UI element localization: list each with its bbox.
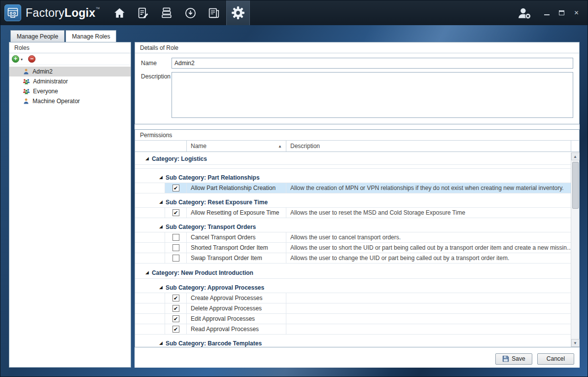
group-icon xyxy=(23,78,30,85)
role-description-input[interactable] xyxy=(172,72,573,118)
checkbox-cell xyxy=(165,243,186,253)
permission-description: Allows the user to change the UID or par… xyxy=(286,253,571,263)
details-panel: Details of Role Name Description xyxy=(135,42,580,124)
roles-toolbar: + ▾ − xyxy=(9,53,131,65)
details-panel-title: Details of Role xyxy=(135,42,579,53)
expander-icon[interactable]: ◢ xyxy=(145,270,149,275)
scroll-up-icon[interactable]: ▲ xyxy=(571,152,580,160)
navigator-icon[interactable] xyxy=(179,0,203,25)
role-label: Admin2 xyxy=(33,68,53,75)
permission-checkbox[interactable] xyxy=(173,209,179,216)
role-item[interactable]: Machine Operator xyxy=(9,96,131,106)
subcategory-row[interactable]: ◢Sub Category: Barcode Templates xyxy=(135,338,571,347)
close-icon[interactable]: ✕ xyxy=(573,10,580,16)
role-name-input[interactable] xyxy=(172,58,573,69)
role-item[interactable]: Everyone xyxy=(9,86,131,96)
maximize-icon[interactable] xyxy=(558,10,565,16)
name-label: Name xyxy=(141,58,172,69)
subcategory-row[interactable]: ◢Sub Category: Approval Processes xyxy=(135,282,571,293)
permission-checkbox[interactable] xyxy=(173,185,179,191)
details-body: Name Description xyxy=(135,53,579,124)
user-account-icon[interactable] xyxy=(517,6,532,20)
sort-ascending-icon: ▲ xyxy=(278,144,282,149)
subcategory-row[interactable]: ◢Sub Category: Reset Exposure Time xyxy=(135,197,571,208)
permissions-grid-header: Name ▲ Description xyxy=(135,141,579,152)
permission-row[interactable]: Create Approval Processes xyxy=(135,293,571,303)
materials-icon[interactable] xyxy=(155,0,179,25)
tab-manage-people[interactable]: Manage People xyxy=(10,30,65,42)
user-icon xyxy=(23,68,30,75)
tabs-bar: Manage People Manage Roles xyxy=(9,30,580,42)
permission-row[interactable]: Allow Resetting of Exposure TimeAllows t… xyxy=(135,208,571,218)
group-label: Sub Category: Reset Exposure Time xyxy=(166,199,268,206)
subcategory-row[interactable]: ◢Sub Category: Part Relationships xyxy=(135,172,571,183)
permission-name: Shorted Transport Order Item xyxy=(186,243,286,253)
titlebar-right: ✕ xyxy=(517,6,588,20)
category-row[interactable]: ◢Category: New Product Introduction xyxy=(135,267,571,279)
group-label: Sub Category: Approval Processes xyxy=(166,284,264,291)
group-label: Category: Logistics xyxy=(152,155,207,162)
tab-manage-roles[interactable]: Manage Roles xyxy=(66,30,116,42)
permission-name: Allow Part Relationship Creation xyxy=(186,183,286,193)
permission-checkbox[interactable] xyxy=(173,305,179,312)
permission-row[interactable]: Cancel Transport OrdersAllows the user t… xyxy=(135,232,571,243)
remove-role-button[interactable]: − xyxy=(28,55,35,63)
role-editor-panel: Details of Role Name Description Permis xyxy=(135,42,580,368)
window-frame: Manage People Manage Roles Roles + ▾ − A… xyxy=(0,25,588,377)
home-icon[interactable] xyxy=(108,0,132,25)
permission-row[interactable]: Edit Approval Processes xyxy=(135,314,571,324)
expander-icon[interactable]: ◢ xyxy=(159,224,163,229)
name-column-header[interactable]: Name ▲ xyxy=(186,141,286,151)
permission-checkbox[interactable] xyxy=(173,255,179,262)
row-indent xyxy=(135,293,165,303)
row-indent xyxy=(135,324,165,334)
permission-checkbox[interactable] xyxy=(173,244,179,251)
row-indent xyxy=(135,208,165,218)
row-indent xyxy=(135,243,165,253)
category-row[interactable]: ◢Category: Logistics xyxy=(135,153,571,165)
vertical-scrollbar[interactable]: ▲ ▼ xyxy=(571,152,579,347)
expander-icon[interactable]: ◢ xyxy=(159,285,163,290)
permission-row[interactable]: Delete Approval Processes xyxy=(135,303,571,314)
reports-icon[interactable] xyxy=(203,0,226,25)
role-item[interactable]: Administrator xyxy=(9,76,131,86)
expander-icon[interactable]: ◢ xyxy=(159,340,163,345)
permission-row[interactable]: Swap Transport Order ItemAllows the user… xyxy=(135,253,571,264)
expander-icon[interactable]: ◢ xyxy=(159,175,163,180)
permission-checkbox[interactable] xyxy=(173,326,179,333)
permission-row[interactable]: Shorted Transport Order ItemAllows the u… xyxy=(135,243,571,253)
description-column-header[interactable]: Description xyxy=(286,141,571,151)
group-label: Category: New Product Introduction xyxy=(152,269,253,276)
permission-checkbox[interactable] xyxy=(173,295,179,302)
scrollbar-thumb[interactable] xyxy=(572,162,579,209)
permission-row[interactable]: Allow Part Relationship CreationAllow th… xyxy=(135,183,571,193)
permissions-panel: Permissions Name ▲ Description ◢Category… xyxy=(135,129,580,347)
permission-checkbox[interactable] xyxy=(173,315,179,322)
permission-checkbox[interactable] xyxy=(173,234,179,241)
row-indent xyxy=(135,314,165,324)
save-icon xyxy=(502,355,509,362)
permissions-panel-title: Permissions xyxy=(135,130,579,141)
cancel-button[interactable]: Cancel xyxy=(537,353,574,365)
checkbox-cell xyxy=(165,293,186,303)
permission-description: Allow the creation of MPN or VPN relatio… xyxy=(286,183,571,193)
scroll-down-icon[interactable]: ▼ xyxy=(571,339,580,347)
save-button[interactable]: Save xyxy=(495,353,532,365)
role-label: Everyone xyxy=(33,88,58,95)
checkbox-cell xyxy=(165,324,186,334)
settings-icon[interactable] xyxy=(226,0,250,25)
subcategory-row[interactable]: ◢Sub Category: Transport Orders xyxy=(135,222,571,232)
expander-icon[interactable]: ◢ xyxy=(159,199,163,204)
add-role-caret-icon[interactable]: ▾ xyxy=(21,56,23,62)
window-controls: ✕ xyxy=(544,10,580,16)
add-role-button[interactable]: + xyxy=(12,55,19,63)
expander-icon[interactable]: ◢ xyxy=(145,156,149,161)
permission-row[interactable]: Read Approval Processes xyxy=(135,324,571,335)
permission-name: Cancel Transport Orders xyxy=(186,232,286,242)
work-instructions-icon[interactable] xyxy=(132,0,155,25)
indent-column-header xyxy=(135,141,186,151)
minimize-icon[interactable] xyxy=(544,10,550,16)
row-indent xyxy=(135,232,165,242)
main-nav xyxy=(108,0,250,25)
role-item[interactable]: Admin2 xyxy=(9,67,131,76)
